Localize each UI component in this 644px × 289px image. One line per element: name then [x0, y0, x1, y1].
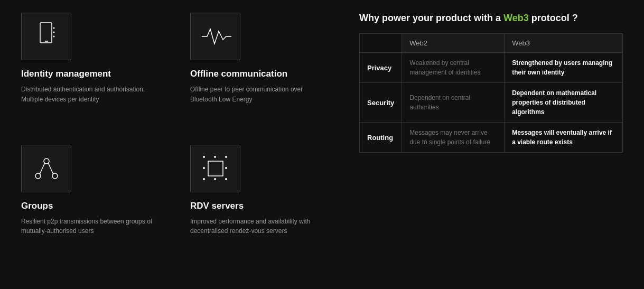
col-header-empty	[360, 34, 402, 53]
svg-rect-0	[40, 23, 52, 43]
feature-identity-title: Identity management	[21, 69, 158, 79]
svg-point-11	[203, 156, 205, 158]
rdv-icon-box	[190, 145, 240, 192]
svg-point-18	[225, 178, 227, 180]
col-header-web2: Web2	[402, 34, 505, 53]
svg-rect-10	[208, 161, 223, 176]
row-web2-security: Dependent on central authorities	[402, 83, 505, 123]
feature-identity: Identity management Distributed authenti…	[21, 13, 158, 132]
feature-groups-desc: Resilient p2p transmissions between grou…	[21, 217, 158, 236]
svg-point-3	[53, 32, 54, 33]
feature-identity-desc: Distributed authentication and authorisa…	[21, 85, 158, 104]
row-web2-routing: Messages may never arrive due to single …	[402, 123, 505, 153]
feature-groups: Groups Resilient p2p transmissions betwe…	[21, 145, 158, 264]
identity-icon-box	[21, 13, 71, 60]
groups-icon-box	[21, 145, 71, 192]
row-category-security: Security	[360, 83, 402, 123]
svg-point-13	[225, 156, 227, 158]
svg-point-15	[225, 167, 227, 169]
page-container: Identity management Distributed authenti…	[0, 0, 644, 289]
feature-rdv: RDV servers Improved performance and ava…	[190, 145, 328, 264]
row-web2-privacy: Weakened by central management of identi…	[402, 53, 505, 83]
feature-rdv-desc: Improved performance and availability wi…	[190, 217, 328, 236]
features-section: Identity management Distributed authenti…	[21, 13, 328, 276]
table-row-routing: Routing Messages may never arrive due to…	[360, 123, 623, 153]
col-header-web3: Web3	[505, 34, 623, 53]
row-web3-routing: Messages will eventually arrive if a via…	[505, 123, 623, 153]
row-category-privacy: Privacy	[360, 53, 402, 83]
feature-offline: Offline communication Offline peer to pe…	[190, 13, 328, 132]
feature-rdv-title: RDV servers	[190, 201, 328, 211]
svg-line-8	[40, 163, 45, 174]
heading-highlight: Web3	[503, 13, 529, 23]
table-row-security: Security Dependent on central authoritie…	[360, 83, 623, 123]
row-web3-security: Dependent on mathematical properties of …	[505, 83, 623, 123]
svg-point-16	[203, 178, 205, 180]
feature-groups-title: Groups	[21, 201, 158, 211]
table-header-row: Web2 Web3	[360, 34, 623, 53]
offline-icon-box	[190, 13, 240, 60]
table-heading: Why power your product with a Web3 proto…	[359, 13, 623, 24]
svg-point-14	[203, 167, 205, 169]
row-web3-privacy: Strengthened by users managing their own…	[505, 53, 623, 83]
table-row-privacy: Privacy Weakened by central management o…	[360, 53, 623, 83]
feature-offline-desc: Offline peer to peer communication over …	[190, 85, 328, 104]
comparison-table: Web2 Web3 Privacy Weakened by central ma…	[359, 33, 623, 153]
heading-pre: Why power your product with a	[359, 13, 503, 23]
feature-offline-title: Offline communication	[190, 69, 328, 79]
svg-point-4	[53, 36, 54, 38]
svg-point-12	[214, 156, 216, 158]
svg-point-2	[53, 27, 54, 29]
svg-line-9	[48, 163, 53, 174]
row-category-routing: Routing	[360, 123, 402, 153]
comparison-section: Why power your product with a Web3 proto…	[359, 13, 623, 276]
heading-post: protocol ?	[529, 13, 578, 23]
svg-point-17	[214, 178, 216, 180]
